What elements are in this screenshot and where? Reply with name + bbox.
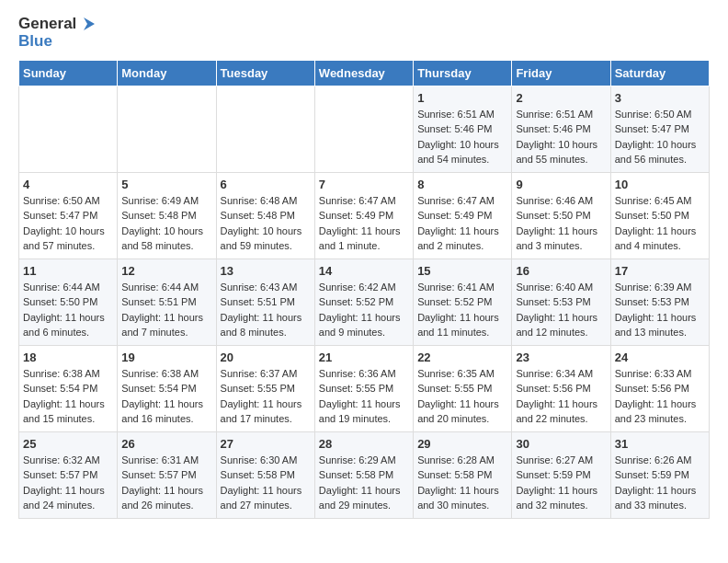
day-info: Sunrise: 6:46 AM Sunset: 5:50 PM Dayligh… (516, 193, 606, 254)
logo: General Blue (18, 15, 97, 51)
day-info: Sunrise: 6:36 AM Sunset: 5:55 PM Dayligh… (319, 366, 409, 427)
calendar-cell: 16Sunrise: 6:40 AM Sunset: 5:53 PM Dayli… (512, 259, 610, 345)
day-info: Sunrise: 6:40 AM Sunset: 5:53 PM Dayligh… (516, 280, 606, 340)
day-number: 16 (516, 264, 606, 278)
calendar-cell: 31Sunrise: 6:26 AM Sunset: 5:59 PM Dayli… (610, 431, 709, 518)
header: General Blue (18, 15, 710, 51)
day-info: Sunrise: 6:45 AM Sunset: 5:50 PM Dayligh… (615, 193, 705, 254)
calendar-cell: 11Sunrise: 6:44 AM Sunset: 5:50 PM Dayli… (19, 259, 118, 345)
day-info: Sunrise: 6:43 AM Sunset: 5:51 PM Dayligh… (221, 280, 311, 340)
day-number: 3 (615, 91, 705, 105)
calendar-cell: 23Sunrise: 6:34 AM Sunset: 5:56 PM Dayli… (512, 345, 610, 431)
day-number: 13 (221, 264, 311, 278)
header-wednesday: Wednesday (314, 60, 413, 86)
calendar-cell: 5Sunrise: 6:49 AM Sunset: 5:48 PM Daylig… (118, 172, 216, 259)
day-number: 11 (23, 264, 113, 278)
day-info: Sunrise: 6:26 AM Sunset: 5:59 PM Dayligh… (615, 453, 705, 513)
day-number: 8 (417, 178, 507, 191)
day-info: Sunrise: 6:51 AM Sunset: 5:46 PM Dayligh… (516, 107, 606, 167)
calendar-cell: 12Sunrise: 6:44 AM Sunset: 5:51 PM Dayli… (118, 259, 216, 345)
day-number: 25 (23, 437, 113, 451)
day-number: 15 (417, 264, 507, 278)
day-info: Sunrise: 6:51 AM Sunset: 5:46 PM Dayligh… (417, 107, 507, 167)
day-number: 17 (615, 264, 705, 278)
day-info: Sunrise: 6:47 AM Sunset: 5:49 PM Dayligh… (319, 193, 409, 254)
calendar-week-row: 11Sunrise: 6:44 AM Sunset: 5:50 PM Dayli… (19, 259, 710, 345)
day-info: Sunrise: 6:49 AM Sunset: 5:48 PM Dayligh… (121, 193, 211, 254)
day-number: 29 (417, 437, 507, 451)
day-number: 27 (221, 437, 311, 451)
day-number: 7 (319, 178, 409, 191)
day-number: 14 (319, 264, 409, 278)
day-info: Sunrise: 6:42 AM Sunset: 5:52 PM Dayligh… (319, 280, 409, 340)
day-number: 31 (615, 437, 705, 451)
header-sunday: Sunday (19, 60, 118, 86)
header-tuesday: Tuesday (216, 60, 314, 86)
day-number: 4 (23, 178, 113, 191)
day-info: Sunrise: 6:27 AM Sunset: 5:59 PM Dayligh… (516, 453, 606, 513)
day-info: Sunrise: 6:32 AM Sunset: 5:57 PM Dayligh… (23, 453, 113, 513)
calendar-cell: 2Sunrise: 6:51 AM Sunset: 5:46 PM Daylig… (512, 86, 610, 172)
calendar-cell: 15Sunrise: 6:41 AM Sunset: 5:52 PM Dayli… (414, 259, 512, 345)
calendar-cell: 28Sunrise: 6:29 AM Sunset: 5:58 PM Dayli… (314, 431, 413, 518)
day-info: Sunrise: 6:41 AM Sunset: 5:52 PM Dayligh… (417, 280, 507, 340)
calendar-cell: 14Sunrise: 6:42 AM Sunset: 5:52 PM Dayli… (314, 259, 413, 345)
calendar-cell: 7Sunrise: 6:47 AM Sunset: 5:49 PM Daylig… (314, 172, 413, 259)
day-number: 12 (121, 264, 211, 278)
calendar-cell: 17Sunrise: 6:39 AM Sunset: 5:53 PM Dayli… (610, 259, 709, 345)
calendar-cell: 24Sunrise: 6:33 AM Sunset: 5:56 PM Dayli… (610, 345, 709, 431)
calendar-cell: 29Sunrise: 6:28 AM Sunset: 5:58 PM Dayli… (414, 431, 512, 518)
calendar-cell (216, 86, 314, 172)
calendar-cell: 19Sunrise: 6:38 AM Sunset: 5:54 PM Dayli… (118, 345, 216, 431)
calendar-cell (314, 86, 413, 172)
day-number: 26 (121, 437, 211, 451)
day-number: 23 (516, 350, 606, 364)
day-info: Sunrise: 6:34 AM Sunset: 5:56 PM Dayligh… (516, 366, 606, 427)
day-info: Sunrise: 6:47 AM Sunset: 5:49 PM Dayligh… (417, 193, 507, 254)
day-number: 20 (221, 350, 311, 364)
calendar-cell: 30Sunrise: 6:27 AM Sunset: 5:59 PM Dayli… (512, 431, 610, 518)
calendar-cell: 10Sunrise: 6:45 AM Sunset: 5:50 PM Dayli… (610, 172, 709, 259)
calendar-cell: 22Sunrise: 6:35 AM Sunset: 5:55 PM Dayli… (414, 345, 512, 431)
calendar-cell: 8Sunrise: 6:47 AM Sunset: 5:49 PM Daylig… (414, 172, 512, 259)
calendar-cell: 6Sunrise: 6:48 AM Sunset: 5:48 PM Daylig… (216, 172, 314, 259)
svg-marker-0 (84, 17, 95, 30)
logo-blue-text: Blue (18, 32, 52, 50)
day-number: 24 (615, 350, 705, 364)
day-number: 10 (615, 178, 705, 191)
calendar-cell: 27Sunrise: 6:30 AM Sunset: 5:58 PM Dayli… (216, 431, 314, 518)
day-info: Sunrise: 6:35 AM Sunset: 5:55 PM Dayligh… (417, 366, 507, 427)
day-number: 5 (121, 178, 211, 191)
day-number: 22 (417, 350, 507, 364)
calendar-week-row: 1Sunrise: 6:51 AM Sunset: 5:46 PM Daylig… (19, 86, 710, 172)
day-info: Sunrise: 6:29 AM Sunset: 5:58 PM Dayligh… (319, 453, 409, 513)
calendar-cell: 3Sunrise: 6:50 AM Sunset: 5:47 PM Daylig… (610, 86, 709, 172)
day-info: Sunrise: 6:48 AM Sunset: 5:48 PM Dayligh… (221, 193, 311, 254)
calendar-cell: 9Sunrise: 6:46 AM Sunset: 5:50 PM Daylig… (512, 172, 610, 259)
day-info: Sunrise: 6:50 AM Sunset: 5:47 PM Dayligh… (615, 107, 705, 167)
calendar-week-row: 4Sunrise: 6:50 AM Sunset: 5:47 PM Daylig… (19, 172, 710, 259)
calendar-cell (118, 86, 216, 172)
day-info: Sunrise: 6:44 AM Sunset: 5:50 PM Dayligh… (23, 280, 113, 340)
calendar-cell (19, 86, 118, 172)
day-info: Sunrise: 6:44 AM Sunset: 5:51 PM Dayligh… (121, 280, 211, 340)
calendar-cell: 26Sunrise: 6:31 AM Sunset: 5:57 PM Dayli… (118, 431, 216, 518)
day-info: Sunrise: 6:50 AM Sunset: 5:47 PM Dayligh… (23, 193, 113, 254)
day-info: Sunrise: 6:38 AM Sunset: 5:54 PM Dayligh… (23, 366, 113, 427)
day-info: Sunrise: 6:31 AM Sunset: 5:57 PM Dayligh… (121, 453, 211, 513)
header-saturday: Saturday (610, 60, 709, 86)
calendar-cell: 25Sunrise: 6:32 AM Sunset: 5:57 PM Dayli… (19, 431, 118, 518)
header-thursday: Thursday (414, 60, 512, 86)
calendar-cell: 20Sunrise: 6:37 AM Sunset: 5:55 PM Dayli… (216, 345, 314, 431)
day-info: Sunrise: 6:38 AM Sunset: 5:54 PM Dayligh… (121, 366, 211, 427)
day-number: 30 (516, 437, 606, 451)
day-number: 28 (319, 437, 409, 451)
day-info: Sunrise: 6:37 AM Sunset: 5:55 PM Dayligh… (221, 366, 311, 427)
calendar-week-row: 25Sunrise: 6:32 AM Sunset: 5:57 PM Dayli… (19, 431, 710, 518)
header-monday: Monday (118, 60, 216, 86)
calendar-cell: 4Sunrise: 6:50 AM Sunset: 5:47 PM Daylig… (19, 172, 118, 259)
day-number: 1 (417, 91, 507, 105)
logo-chevron-icon (78, 15, 97, 33)
day-info: Sunrise: 6:28 AM Sunset: 5:58 PM Dayligh… (417, 453, 507, 513)
day-number: 9 (516, 178, 606, 191)
